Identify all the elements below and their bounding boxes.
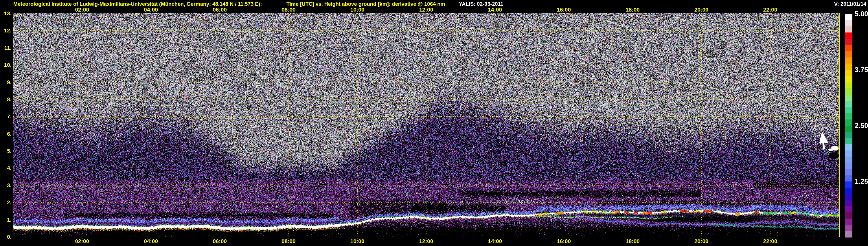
height-tick-label: 3.	[0, 183, 11, 188]
time-tick-label-top: 16:00	[557, 7, 571, 12]
time-tick-label-top: 02:00	[75, 7, 89, 12]
colorbar-tick-label: 3.75	[855, 66, 868, 73]
time-tick-label-bottom: 12:00	[419, 239, 433, 244]
height-tick-label: 8.	[0, 97, 11, 102]
lidar-quicklook-window: Meteorological Institute of Ludwig-Maxim…	[0, 0, 868, 246]
time-tick-label-bottom: 16:00	[557, 239, 571, 244]
time-tick-label-bottom: 18:00	[625, 239, 640, 244]
time-tick-label-bottom: 22:00	[763, 239, 777, 244]
instrument-date-label: YALIS: 02-03-2011	[459, 1, 503, 7]
plot-title: Time [UTC] vs. Height above ground [km]:…	[286, 1, 445, 7]
height-tick-label: 4.	[0, 165, 11, 171]
time-tick-label-top: 22:00	[763, 7, 777, 12]
height-tick-label: 1.	[0, 217, 11, 222]
colorbar-tick-label: 5.00	[855, 10, 868, 18]
height-tick-label: 9.	[0, 80, 11, 85]
mouse-cursor-icon	[820, 130, 834, 154]
time-tick-label-bottom: 08:00	[281, 239, 296, 244]
time-tick-label-top: 04:00	[144, 7, 158, 12]
time-tick-label-top: 20:00	[694, 7, 709, 12]
time-tick-label-top: 18:00	[625, 7, 640, 12]
time-tick-label-bottom: 20:00	[694, 239, 709, 244]
colorbar-tick-label: 1.25	[855, 178, 868, 185]
time-tick-label-top: 14:00	[488, 7, 502, 12]
time-tick-label-bottom: 14:00	[488, 239, 502, 244]
height-tick-label: 12.	[0, 28, 11, 33]
time-tick-label-top: 12:00	[419, 7, 433, 12]
colorbar-tick-label: 2.50	[855, 122, 868, 129]
height-tick-label: 13.	[0, 11, 11, 16]
height-tick-label: 2.	[0, 200, 11, 205]
time-tick-label-bottom: 04:00	[144, 239, 158, 244]
time-tick-label-bottom: 02:00	[75, 239, 89, 244]
time-tick-label-top: 10:00	[350, 7, 365, 12]
height-tick-label: 0.	[0, 234, 11, 240]
lidar-heatmap-canvas	[0, 0, 868, 246]
height-tick-label: 7.	[0, 114, 11, 119]
institute-title: Meteorological Institute of Ludwig-Maxim…	[13, 1, 262, 7]
version-label: V: 2011/01/14	[834, 1, 866, 7]
time-tick-label-top: 06:00	[213, 7, 227, 12]
time-tick-label-bottom: 10:00	[350, 239, 365, 244]
time-tick-label-bottom: 06:00	[213, 239, 227, 244]
height-tick-label: 5.	[0, 148, 11, 154]
height-tick-label: 11.	[0, 45, 11, 51]
height-tick-label: 6.	[0, 131, 11, 136]
height-tick-label: 10.	[0, 62, 11, 68]
time-tick-label-top: 08:00	[281, 7, 296, 12]
